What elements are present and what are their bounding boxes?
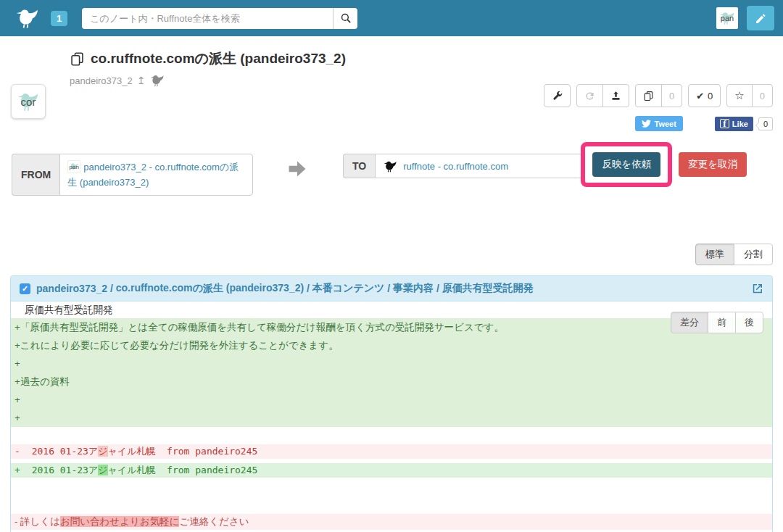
star-count[interactable]: 0 — [752, 84, 773, 107]
view-standard-button[interactable]: 標準 — [695, 244, 734, 265]
diff-panel-header: ✓ pandeiro373_2 / co.ruffnote.comの派生 (pa… — [11, 276, 772, 302]
breadcrumb-subfolder[interactable]: 事業内容 — [393, 282, 434, 295]
diff-removed-mono-line: - 2016 01-23アジャイル札幌 from pandeiro245 — [11, 444, 772, 459]
fork-icon — [643, 91, 654, 101]
user-avatar[interactable]: pan — [716, 7, 738, 29]
diff-mode-button[interactable]: 差分 — [671, 312, 708, 333]
checkbox-checked[interactable]: ✓ — [20, 283, 30, 294]
page-header: cor co.ruffnote.comの派生 (pandeiro373_2) p… — [0, 36, 783, 129]
breadcrumb-page[interactable]: 原価共有型受託開発 — [442, 282, 534, 295]
cancel-changes-button[interactable]: 変更を取消 — [679, 152, 747, 177]
char-diff-highlight: ジ — [98, 465, 107, 475]
tweet-button[interactable]: Tweet — [635, 116, 683, 131]
navbar: 1 pan — [0, 0, 783, 36]
breadcrumb-separator: / — [384, 283, 393, 294]
star-button[interactable]: ☆ — [726, 84, 752, 107]
like-label: Like — [732, 120, 748, 128]
diff-removed-line: -詳しくはお問い合わせよりお気軽にご連絡ください — [11, 514, 772, 530]
level-up-icon: ↥ — [137, 75, 146, 86]
header-actions: 0 ✔ 0 ☆ 0 Tweet f — [544, 84, 773, 131]
fork-count[interactable]: 0 — [661, 84, 682, 107]
navbar-right: pan — [716, 6, 774, 30]
star-icon: ☆ — [734, 89, 744, 102]
owner-name[interactable]: pandeiro373_2 — [70, 75, 133, 86]
open-external-button[interactable] — [752, 283, 763, 294]
from-value-box: pan pandeiro373_2 - co.ruffnote.comの派生 (… — [59, 154, 253, 196]
from-avatar: pan — [67, 160, 80, 173]
diff-title-line: 原価共有型受託開発 — [11, 302, 772, 318]
search-icon — [340, 12, 352, 24]
diff-added-line: +過去の資料 — [11, 373, 772, 391]
fork-icon — [70, 51, 85, 67]
view-toggle: 標準 分割 — [0, 244, 783, 265]
facebook-icon: f — [720, 119, 729, 128]
owner-bird-icon — [149, 72, 165, 88]
search-input[interactable] — [82, 8, 333, 29]
user-avatar-label: pan — [716, 7, 738, 29]
arrow-right-icon — [288, 159, 307, 178]
facebook-like-button[interactable]: f Like — [715, 117, 753, 131]
check-icon: ✔ — [696, 91, 704, 101]
from-link[interactable]: pandeiro373_2 - co.ruffnote.comの派生 (pand… — [67, 162, 239, 188]
page-title: co.ruffnote.comの派生 (pandeiro373_2) — [91, 49, 346, 68]
to-group: TO ruffnote - co.ruffnote.com — [343, 154, 582, 178]
edit-button[interactable] — [747, 6, 774, 30]
highlight-annotation-box: 反映を依頼 — [581, 142, 672, 187]
diff-added-line: +「原価共有型受託開発」とは全ての稼働原価を共有して稼働分だけ報酬を頂く方式の受… — [11, 318, 772, 336]
request-merge-button[interactable]: 反映を依頼 — [592, 152, 660, 177]
settings-button[interactable] — [544, 84, 571, 107]
from-avatar-label: pan — [68, 161, 80, 173]
before-mode-button[interactable]: 前 — [708, 312, 736, 333]
upload-icon — [610, 91, 621, 101]
diff-body: 差分 前 後 原価共有型受託開発 +「原価共有型受託開発」とは全ての稼働原価を共… — [11, 302, 772, 532]
breadcrumb-separator: / — [304, 283, 312, 294]
diff-added-line: + — [11, 409, 772, 427]
pencil-icon — [755, 12, 767, 25]
from-label: FROM — [12, 154, 59, 196]
to-link[interactable]: ruffnote - co.ruffnote.com — [403, 161, 508, 172]
refresh-button[interactable] — [576, 84, 603, 107]
breadcrumb-folder[interactable]: 本番コンテンツ — [312, 282, 385, 295]
external-link-icon — [752, 283, 763, 294]
like-count-bubble: 0 — [758, 117, 773, 130]
diff-added-line: + — [11, 391, 772, 409]
compare-row: FROM pan pandeiro373_2 - co.ruffnote.com… — [0, 154, 783, 199]
to-label: TO — [343, 154, 375, 178]
diff-added-block: +「原価共有型受託開発」とは全ての稼働原価を共有して稼働分だけ報酬を頂く方式の受… — [11, 318, 772, 427]
tweet-label: Tweet — [655, 120, 676, 128]
upload-button[interactable] — [602, 84, 629, 107]
fork-button[interactable] — [635, 84, 662, 107]
approve-button[interactable]: ✔ 0 — [688, 84, 721, 107]
to-value-box: ruffnote - co.ruffnote.com — [375, 154, 582, 178]
breadcrumb-separator: / — [434, 283, 442, 294]
diff-added-line: +これにより必要に応じて必要な分だけ開発を外注することができます。 — [11, 336, 772, 354]
diff-added-line: + — [11, 354, 772, 373]
breadcrumb-separator: / — [107, 283, 116, 294]
compare-actions: 反映を依頼 変更を取消 — [581, 142, 747, 187]
notification-badge[interactable]: 1 — [51, 11, 67, 26]
to-bird-icon — [383, 159, 398, 174]
view-split-button[interactable]: 分割 — [734, 244, 773, 265]
char-diff-highlight: ジ — [98, 446, 107, 457]
diff-toolbar: 差分 前 後 — [671, 312, 763, 333]
search-button[interactable] — [333, 8, 357, 29]
approve-count: 0 — [708, 91, 713, 101]
word-diff-highlight: お問い合わせよりお気軽に — [60, 516, 180, 527]
note-avatar-label: cor — [12, 85, 45, 118]
app-logo-bird-icon[interactable] — [14, 5, 41, 31]
diff-added-mono-line: + 2016 01-23アジャイル札幌 from pandeiro245 — [11, 463, 772, 478]
diff-panel: ✓ pandeiro373_2 / co.ruffnote.comの派生 (pa… — [10, 275, 773, 532]
after-mode-button[interactable]: 後 — [735, 312, 763, 333]
twitter-icon — [642, 119, 651, 128]
refresh-icon — [584, 91, 595, 101]
search-group — [82, 8, 357, 29]
from-group: FROM pan pandeiro373_2 - co.ruffnote.com… — [12, 154, 253, 196]
wrench-icon — [552, 91, 563, 101]
breadcrumb-note[interactable]: co.ruffnote.comの派生 (pandeiro373_2) — [116, 282, 304, 295]
note-avatar[interactable]: cor — [11, 84, 46, 119]
breadcrumb-owner[interactable]: pandeiro373_2 — [36, 283, 107, 294]
